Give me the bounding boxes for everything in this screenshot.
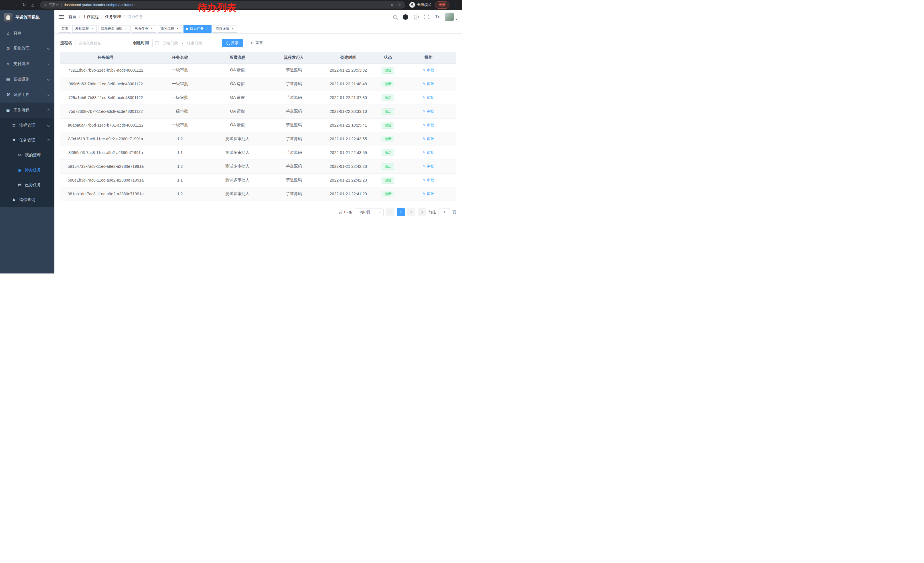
help-icon[interactable] (414, 15, 419, 20)
column-header: 状态 (375, 52, 401, 63)
user-menu[interactable] (445, 13, 458, 21)
approve-button[interactable]: ✎审批 (423, 68, 434, 73)
browser-menu-icon[interactable]: ⋮ (453, 3, 459, 7)
approve-button[interactable]: ✎审批 (423, 177, 434, 183)
reset-button[interactable]: ↻ 重置 (246, 39, 267, 47)
cell-id: 75d72608-7b7f-11ec-a3c8-acde48001122 (60, 105, 151, 118)
table-row: 8f059c03-7ac8-11ec-a9e2-a2380e71991a1.1测… (60, 146, 456, 159)
close-tab-icon[interactable] (205, 27, 209, 31)
user-icon: ♟ (12, 197, 16, 203)
search-icon (226, 42, 229, 45)
sidebar-item-workflow[interactable]: ▣工作流程 (0, 102, 54, 118)
tab-done-tasks[interactable]: 已办任务 (132, 25, 156, 33)
home-icon[interactable]: ⌂ (28, 1, 37, 9)
cell-name: 一级审批 (151, 77, 208, 91)
sidebar-item-done-tasks[interactable]: ⇄已办任务 (0, 177, 54, 192)
goto-page-input[interactable] (438, 208, 450, 216)
password-key-icon[interactable] (391, 4, 393, 6)
github-icon[interactable] (403, 14, 408, 20)
cell-status: 激活 (375, 146, 401, 159)
sidebar-item-home[interactable]: ⌂首页 (0, 25, 54, 41)
cell-process: OA 请假 (208, 91, 266, 105)
tab-home[interactable]: 首页 (59, 25, 71, 33)
chevron-down-icon (47, 94, 50, 96)
sidebar-toggle[interactable] (59, 15, 64, 19)
address-bar[interactable]: ⚠ 不安全 dashboard.yudao.iocoder.cn/bpm/tas… (40, 1, 405, 9)
avatar[interactable] (445, 13, 454, 21)
approve-button[interactable]: ✎审批 (423, 164, 434, 169)
cell-process: 测试多审批人 (208, 159, 266, 173)
sidebar-item-process-management[interactable]: ≣流程管理 (0, 118, 54, 133)
close-tab-icon[interactable] (176, 27, 180, 31)
close-tab-icon[interactable] (124, 27, 128, 31)
breadcrumb-item-home[interactable]: 首页 (68, 14, 76, 20)
search-button[interactable]: 搜索 (222, 39, 243, 47)
sidebar-item-todo-tasks[interactable]: ◉待办任务 (0, 163, 54, 177)
sidebar-item-payment-management[interactable]: ¥支付管理 (0, 56, 54, 72)
tab-process-detail[interactable]: 流程详情 (213, 25, 237, 33)
active-tab-dot (186, 28, 188, 30)
incognito-icon (410, 2, 415, 8)
edit-icon: ✎ (423, 123, 426, 127)
next-page-button[interactable] (418, 208, 426, 216)
table-header-row: 任务编号任务名称所属流程流程发起人创建时间状态操作 (60, 52, 456, 63)
approve-button[interactable]: ✎审批 (423, 191, 434, 197)
close-tab-icon[interactable] (90, 27, 94, 31)
cell-action: ✎审批 (401, 63, 456, 77)
page-button-2[interactable]: 2 (407, 208, 416, 216)
approve-button[interactable]: ✎审批 (423, 136, 434, 141)
sidebar-item-label: 请假查询 (19, 197, 35, 203)
close-tab-icon[interactable] (231, 27, 235, 31)
column-header: 任务名称 (151, 52, 208, 63)
tab-form-edit[interactable]: 流程表单-编辑 (98, 25, 130, 33)
sidebar-item-my-process[interactable]: ✉我的流程 (0, 148, 54, 163)
sidebar-item-leave-query[interactable]: ♟请假查询 (0, 192, 54, 207)
bookmark-star-icon[interactable]: ☆ (398, 3, 401, 7)
date-range-picker[interactable]: - (152, 39, 218, 47)
back-icon[interactable]: ← (3, 1, 11, 9)
logo-row[interactable]: 芋道管理系统 (0, 10, 54, 25)
page-size-select[interactable]: 10条/页 (355, 208, 384, 216)
tab-start-process[interactable]: 发起流程 (72, 25, 97, 33)
sidebar-item-infrastructure[interactable]: ▤基础设施 (0, 72, 54, 87)
cell-process: OA 请假 (208, 118, 266, 132)
cell-status: 激活 (375, 187, 401, 201)
process-name-input[interactable] (76, 39, 127, 47)
update-button[interactable]: 更新 (435, 2, 449, 9)
column-header: 任务编号 (60, 52, 151, 63)
reload-icon[interactable]: ↻ (20, 1, 28, 9)
column-header: 流程发起人 (266, 52, 322, 63)
sidebar-item-task-management[interactable]: ⚑任务管理 (0, 133, 54, 148)
forward-icon[interactable]: → (12, 1, 20, 9)
breadcrumb-item-workflow[interactable]: 工作流程 (83, 14, 99, 20)
cell-initiator: 芋道源码 (266, 159, 322, 173)
approve-button[interactable]: ✎审批 (423, 109, 434, 114)
tab-label: 首页 (62, 26, 68, 31)
cell-name: 1.2 (151, 159, 208, 173)
close-tab-icon[interactable] (150, 27, 154, 31)
approve-button[interactable]: ✎审批 (423, 81, 434, 87)
fullscreen-icon[interactable] (424, 15, 429, 19)
sidebar-item-dev-tools[interactable]: ⚒研发工具 (0, 87, 54, 102)
approve-button[interactable]: ✎审批 (423, 123, 434, 128)
cell-status: 激活 (375, 77, 401, 91)
end-date-input[interactable] (184, 41, 204, 45)
approve-button[interactable]: ✎审批 (423, 150, 434, 155)
sidebar-item-system-management[interactable]: ⚙系统管理 (0, 41, 54, 56)
not-secure-badge[interactable]: ⚠ 不安全 (44, 3, 59, 8)
tab-todo-tasks[interactable]: 待办任务 (183, 25, 212, 33)
approve-button[interactable]: ✎审批 (423, 95, 434, 100)
breadcrumb-item-task-management[interactable]: 任务管理 (105, 14, 121, 20)
page-button-1[interactable]: 1 (397, 208, 405, 216)
cell-process: 测试多审批人 (208, 132, 266, 146)
start-date-input[interactable] (160, 41, 180, 45)
search-icon[interactable] (393, 15, 397, 19)
status-badge: 激活 (382, 108, 394, 115)
cell-action: ✎审批 (401, 91, 456, 105)
process-name-label: 流程名 (60, 41, 72, 45)
browser-chrome: ← → ↻ ⌂ ⚠ 不安全 dashboard.yudao.iocoder.cn… (0, 0, 462, 10)
chevron-down-icon[interactable] (455, 19, 458, 20)
font-size-icon[interactable] (435, 14, 440, 20)
prev-page-button[interactable] (386, 208, 394, 216)
tab-my-process[interactable]: 我的流程 (158, 25, 182, 33)
